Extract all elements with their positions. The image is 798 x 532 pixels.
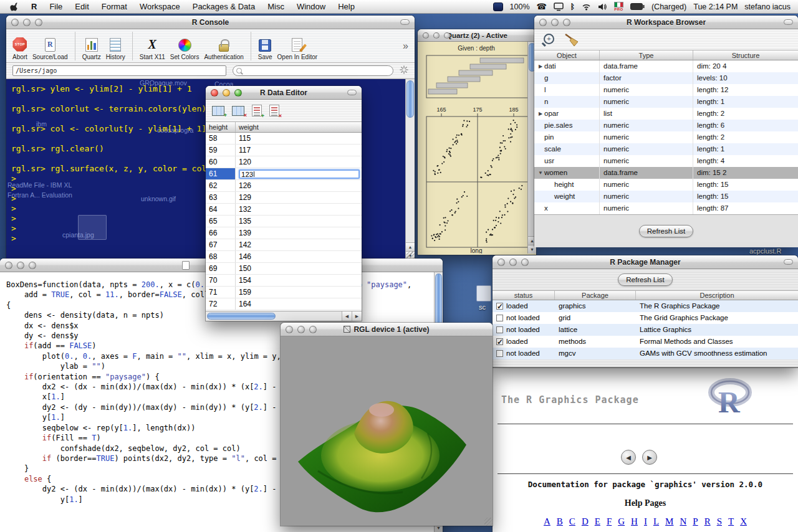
height-cell[interactable]: 65 [206, 216, 236, 227]
disclosure-triangle[interactable]: ▶ [537, 60, 544, 72]
back-button[interactable]: ◀ [621, 450, 636, 465]
zoom-button[interactable] [29, 262, 36, 269]
phone-icon[interactable]: ☎ [537, 2, 547, 11]
workspace-titlebar[interactable]: R Workspace Browser [534, 16, 798, 29]
package-table-header[interactable]: status Package Description [493, 290, 798, 300]
abort-button[interactable]: STOP Abort [12, 32, 27, 60]
weight-cell[interactable]: 120 [236, 156, 362, 168]
height-cell[interactable]: 72 [206, 298, 236, 310]
loaded-checkbox[interactable] [496, 338, 503, 345]
set-colors-button[interactable]: Set Colors [170, 32, 200, 60]
menu-item-window[interactable]: Window [297, 2, 325, 11]
menu-item-r[interactable]: R [31, 2, 37, 11]
height-cell[interactable]: 59 [206, 145, 236, 156]
toolbar-toggle-pill[interactable] [400, 19, 410, 25]
weight-cell[interactable]: 164 [236, 298, 362, 310]
data-editor-row[interactable]: 63129 [206, 192, 362, 204]
zoom-button[interactable] [563, 19, 570, 26]
help-letter-T[interactable]: T [728, 516, 734, 526]
working-directory-field[interactable] [12, 65, 226, 76]
add-row-icon[interactable]: + [252, 105, 262, 116]
workspace-browser-window[interactable]: R Workspace Browser Object Type Structur… [534, 16, 798, 246]
workspace-row-g[interactable]: gfactorlevels: 10 [534, 72, 798, 84]
console-titlebar[interactable]: R Console [6, 16, 415, 29]
height-cell[interactable]: 70 [206, 275, 236, 286]
help-letter-P[interactable]: P [693, 516, 698, 526]
refresh-list-button[interactable]: Refresh List [639, 225, 693, 237]
data-editor-row[interactable]: 69150 [206, 263, 362, 275]
workspace-row-weight[interactable]: weightnumericlength: 15 [534, 191, 798, 202]
data-editor-header[interactable]: height weight [206, 122, 362, 133]
close-button[interactable] [539, 19, 547, 26]
inspect-icon[interactable] [542, 34, 553, 45]
workspace-row-height[interactable]: heightnumericlength: 15 [534, 179, 798, 191]
data-editor-row[interactable]: 71159 [206, 287, 362, 298]
search-field[interactable] [233, 65, 393, 76]
console-scrollbar[interactable]: ▲▼ [405, 79, 415, 260]
desktop-icon[interactable] [476, 285, 491, 302]
menu-clock[interactable]: Tue 2:14 PM [693, 2, 738, 11]
height-cell[interactable]: 66 [206, 227, 236, 239]
zoom-button[interactable] [35, 19, 42, 26]
zoom-button[interactable] [234, 89, 242, 97]
minimize-button[interactable] [551, 19, 559, 26]
menu-item-packages-data[interactable]: Packages & Data [193, 2, 255, 11]
close-button[interactable] [211, 89, 218, 97]
workspace-row-pin[interactable]: pinnumericlength: 2 [534, 131, 798, 143]
display-icon[interactable] [554, 2, 564, 11]
help-letter-X[interactable]: X [740, 516, 747, 526]
zoom-button[interactable] [444, 32, 450, 39]
minimize-button[interactable] [297, 326, 305, 333]
menu-item-workspace[interactable]: Workspace [140, 2, 180, 11]
menu-item-misc[interactable]: Misc [267, 2, 284, 11]
workspace-row-x[interactable]: xnumericlength: 87 [534, 202, 798, 214]
add-column-icon[interactable]: + [212, 106, 224, 116]
toolbar-toggle-pill[interactable] [784, 259, 793, 265]
toolbar-overflow-chevron[interactable]: » [403, 40, 410, 52]
height-cell[interactable]: 60 [206, 156, 236, 168]
help-letter-G[interactable]: G [618, 516, 625, 526]
minimize-button[interactable] [509, 259, 517, 266]
classic-env-icon[interactable] [493, 2, 503, 11]
editing-cell[interactable]: 123 [239, 169, 360, 179]
height-cell[interactable]: 64 [206, 204, 236, 215]
disclosure-triangle[interactable]: ▶ [537, 108, 544, 120]
data-editor-row[interactable]: 70154 [206, 275, 362, 287]
help-letter-I[interactable]: I [644, 516, 647, 526]
source-load-button[interactable]: R Source/Load [32, 32, 68, 60]
help-letter-N[interactable]: N [680, 516, 686, 526]
weight-cell[interactable]: 146 [236, 251, 362, 262]
workspace-row-scale[interactable]: scalenumericlength: 1 [534, 143, 798, 155]
help-letter-S[interactable]: S [717, 516, 722, 526]
loaded-checkbox[interactable] [496, 326, 503, 333]
weight-cell[interactable]: 129 [236, 192, 362, 203]
rgl-titlebar[interactable]: RGL device 1 (active) [281, 323, 493, 336]
height-cell[interactable]: 58 [206, 133, 236, 144]
close-button[interactable] [423, 32, 429, 39]
menu-item-edit[interactable]: Edit [75, 2, 89, 11]
data-editor-row[interactable]: 64132 [206, 204, 362, 216]
disclosure-triangle[interactable]: ▼ [537, 167, 544, 179]
weight-cell[interactable]: 123 [236, 168, 362, 179]
height-cell[interactable]: 71 [206, 287, 236, 298]
toolbar-toggle-pill[interactable] [347, 90, 357, 95]
help-letter-E[interactable]: E [595, 516, 600, 526]
scroll-up-arrow[interactable]: ▲ [406, 242, 415, 251]
toolbar-toggle-pill[interactable] [784, 19, 793, 25]
package-row-graphics[interactable]: loadedgraphicsThe R Graphics Package [493, 300, 798, 312]
help-letter-C[interactable]: C [569, 516, 575, 526]
desktop-icon-label[interactable]: acpclust.R [749, 247, 781, 255]
data-editor-row[interactable]: 66139 [206, 227, 362, 239]
fast-user-switch[interactable]: stefano iacus [744, 2, 791, 11]
data-editor-row[interactable]: 62126 [206, 180, 362, 192]
data-editor-row[interactable]: 59117 [206, 145, 362, 156]
resize-grip[interactable] [484, 518, 493, 526]
history-button[interactable]: History [106, 32, 125, 60]
data-editor-row[interactable]: 67142 [206, 239, 362, 251]
authentication-button[interactable]: Authentication [204, 32, 243, 60]
close-button[interactable] [5, 262, 12, 269]
minimize-button[interactable] [223, 89, 230, 97]
zoom-button[interactable] [309, 326, 317, 333]
refresh-list-button[interactable]: Refresh List [618, 273, 672, 286]
height-cell[interactable]: 68 [206, 251, 236, 262]
